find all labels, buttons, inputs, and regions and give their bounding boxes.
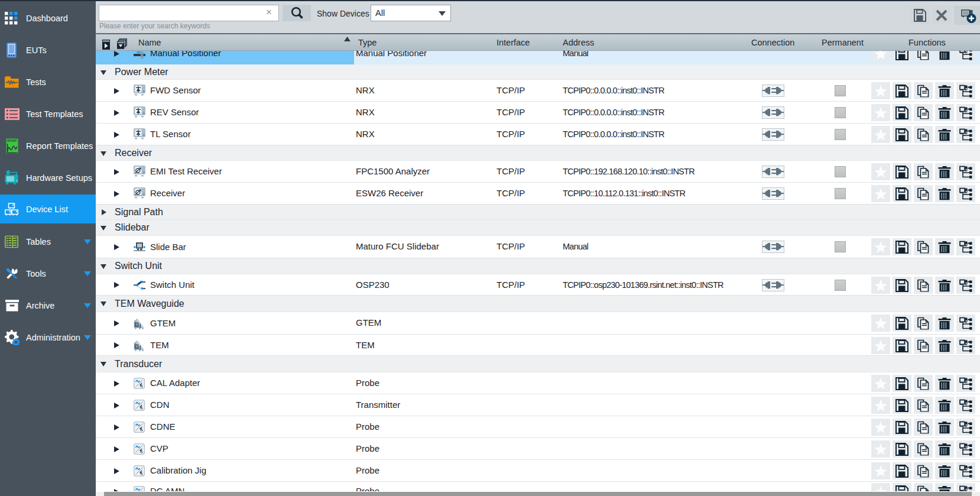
svg-text:REPORT: REPORT: [7, 139, 17, 142]
